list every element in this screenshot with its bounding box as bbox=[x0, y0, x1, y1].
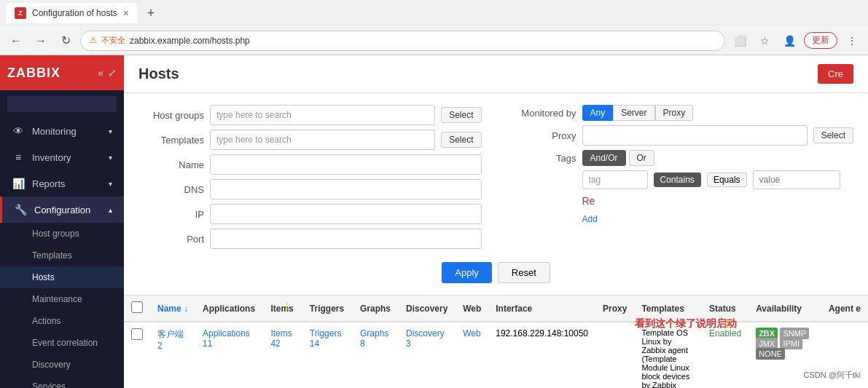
search-input[interactable] bbox=[7, 96, 117, 112]
monitored-any-button[interactable]: Any bbox=[582, 105, 614, 121]
table-row: 客户端2 Applications 11 Items 42 Triggers 1… bbox=[124, 322, 868, 388]
back-button[interactable]: ← bbox=[6, 31, 26, 51]
browser-chrome: Z Configuration of hosts × + ← → ↻ ⚠ 不安全… bbox=[0, 0, 868, 55]
host-groups-select-button[interactable]: Select bbox=[441, 107, 481, 123]
col-web: Web bbox=[455, 296, 488, 322]
row-checkbox[interactable] bbox=[131, 328, 143, 340]
port-input[interactable] bbox=[210, 229, 482, 249]
sidebar-item-configuration[interactable]: 🔧 Configuration ▴ bbox=[0, 197, 124, 223]
new-tab-button[interactable]: + bbox=[141, 3, 161, 23]
nav-sub-item-event-correlation[interactable]: Event correlation bbox=[0, 332, 124, 354]
triggers-link[interactable]: Triggers 14 bbox=[310, 328, 342, 349]
web-link[interactable]: Web bbox=[463, 328, 480, 338]
nav-bar: ← → ↻ ⚠ 不安全 zabbix.example.com/hosts.php… bbox=[0, 26, 868, 55]
col-availability: Availability bbox=[748, 296, 821, 322]
tag-remove-link[interactable]: Re bbox=[582, 195, 595, 207]
graphs-link[interactable]: Graphs 8 bbox=[360, 328, 388, 349]
port-row: Port bbox=[138, 229, 482, 249]
sidebar-search bbox=[0, 90, 124, 118]
proxy-input[interactable] bbox=[582, 125, 808, 146]
tag-contains-button[interactable]: Contains bbox=[654, 173, 701, 187]
reload-button[interactable]: ↻ bbox=[55, 31, 76, 51]
collapse-icon[interactable]: « bbox=[98, 67, 103, 79]
monitored-by-row: Monitored by Any Server Proxy bbox=[511, 105, 854, 121]
col-name[interactable]: Name ↓ bbox=[150, 296, 195, 322]
app-container: ZABBIX « ⤢ 👁 Monitoring ▾ ≡ Inventory ▾ … bbox=[0, 55, 868, 388]
col-templates: Templates bbox=[634, 296, 702, 322]
col-interface: Interface bbox=[488, 296, 595, 322]
main-content: Hosts Cre Host groups Select Templates S… bbox=[124, 55, 868, 388]
host-name-link[interactable]: 客户端2 bbox=[157, 329, 184, 351]
name-input[interactable] bbox=[210, 154, 482, 175]
monitored-server-button[interactable]: Server bbox=[613, 105, 654, 121]
dns-row: DNS bbox=[138, 179, 482, 199]
tag-or-button[interactable]: Or bbox=[629, 150, 654, 166]
apply-button[interactable]: Apply bbox=[442, 262, 492, 283]
row-templates-cell: Template OS Linux by Zabbix agent (Templ… bbox=[634, 322, 702, 388]
bookmark-icon[interactable]: ☆ bbox=[754, 31, 775, 51]
inventory-icon: ≡ bbox=[12, 151, 25, 163]
select-all-checkbox[interactable] bbox=[131, 301, 143, 313]
add-tag-link[interactable]: Add bbox=[582, 214, 598, 224]
filter-right: Monitored by Any Server Proxy Proxy Sele… bbox=[511, 105, 854, 253]
address-bar[interactable]: ⚠ 不安全 zabbix.example.com/hosts.php bbox=[80, 31, 725, 51]
filter-grid: Host groups Select Templates Select Name bbox=[138, 105, 853, 253]
monitored-proxy-button[interactable]: Proxy bbox=[655, 105, 694, 121]
configuration-label: Configuration bbox=[34, 205, 90, 215]
name-label: Name bbox=[138, 159, 204, 170]
hosts-table: Name ↓ Applications Items Triggers Graph… bbox=[124, 296, 868, 388]
col-discovery: Discovery bbox=[399, 296, 455, 322]
tag-ops-group: And/Or Or bbox=[582, 150, 654, 166]
cast-icon[interactable]: ⬜ bbox=[730, 31, 750, 51]
nav-sub-item-templates[interactable]: Templates bbox=[0, 245, 124, 266]
filter-left: Host groups Select Templates Select Name bbox=[138, 105, 482, 253]
host-groups-input[interactable] bbox=[210, 105, 435, 125]
sidebar-item-monitoring[interactable]: 👁 Monitoring ▾ bbox=[0, 118, 124, 144]
nav-sub-item-maintenance[interactable]: Maintenance bbox=[0, 288, 124, 310]
row-graphs-cell: Graphs 8 bbox=[353, 322, 399, 388]
table-header: Name ↓ Applications Items Triggers Graph… bbox=[124, 296, 868, 322]
reset-button[interactable]: Reset bbox=[498, 262, 550, 283]
expand-icon[interactable]: ⤢ bbox=[108, 67, 117, 79]
tag-input[interactable] bbox=[582, 170, 648, 189]
tag-andor-button[interactable]: And/Or bbox=[582, 150, 626, 166]
templates-row: Templates Select bbox=[138, 130, 482, 150]
row-checkbox-cell bbox=[124, 322, 150, 388]
dns-input[interactable] bbox=[210, 179, 482, 199]
row-discovery-cell: Discovery 3 bbox=[399, 322, 455, 388]
nav-sub-item-discovery[interactable]: Discovery bbox=[0, 354, 124, 376]
sidebar-item-reports[interactable]: 📊 Reports ▾ bbox=[0, 170, 124, 197]
host-groups-label: Host groups bbox=[138, 110, 204, 121]
row-items-cell: Items 42 bbox=[263, 322, 302, 388]
nav-sub-item-hosts[interactable]: Hosts bbox=[0, 266, 124, 288]
nav-sub-item-host-groups[interactable]: Host groups bbox=[0, 223, 124, 245]
nav-sub-item-actions[interactable]: Actions bbox=[0, 310, 124, 332]
sidebar-item-inventory[interactable]: ≡ Inventory ▾ bbox=[0, 144, 124, 170]
zabbix-logo: ZABBIX bbox=[7, 66, 60, 81]
ip-input[interactable] bbox=[210, 204, 482, 224]
table-section: 看到这个绿了说明启动 ↓ ↓ Name ↓ Applications Items… bbox=[124, 296, 868, 388]
active-tab[interactable]: Z Configuration of hosts × bbox=[6, 3, 138, 23]
row-triggers-cell: Triggers 14 bbox=[302, 322, 353, 388]
templates-input[interactable] bbox=[210, 130, 435, 150]
templates-select-button[interactable]: Select bbox=[441, 132, 481, 148]
forward-button[interactable]: → bbox=[31, 31, 51, 51]
tab-bar: Z Configuration of hosts × + bbox=[0, 0, 868, 26]
ip-label: IP bbox=[138, 209, 204, 220]
nav-sub-item-services[interactable]: Services bbox=[0, 376, 124, 388]
discovery-link[interactable]: Discovery 3 bbox=[406, 328, 445, 349]
lock-icon: ⚠ bbox=[90, 36, 97, 45]
proxy-select-button[interactable]: Select bbox=[813, 127, 853, 143]
row-web-cell: Web bbox=[455, 322, 488, 388]
reports-icon: 📊 bbox=[12, 178, 25, 189]
tag-value-input[interactable] bbox=[753, 170, 840, 189]
inventory-arrow: ▾ bbox=[109, 154, 112, 162]
update-button[interactable]: 更新 bbox=[804, 32, 837, 49]
items-link[interactable]: Items 42 bbox=[270, 328, 292, 349]
tag-equals-button[interactable]: Equals bbox=[707, 173, 747, 187]
applications-link[interactable]: Applications 11 bbox=[203, 328, 250, 349]
menu-icon[interactable]: ⋮ bbox=[842, 31, 862, 51]
create-button[interactable]: Cre bbox=[818, 64, 853, 84]
account-icon[interactable]: 👤 bbox=[779, 31, 799, 51]
close-tab-icon[interactable]: × bbox=[123, 7, 129, 19]
